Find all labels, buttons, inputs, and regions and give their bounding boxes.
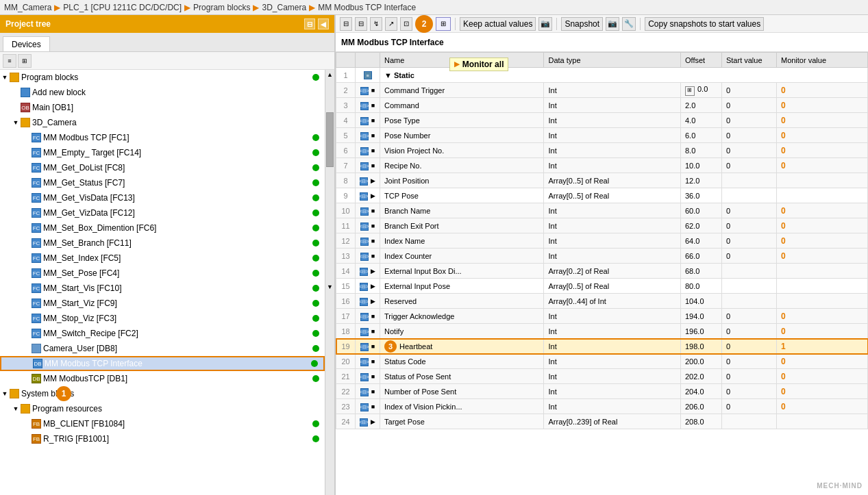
tree-item[interactable]: FCMM_Switch_Recipe [FC2] xyxy=(0,326,325,341)
tree-view-icon[interactable]: ≡ xyxy=(3,54,16,68)
tree-item[interactable]: FBR_TRIG [FB1001] xyxy=(0,431,325,446)
tree-item[interactable]: Camera_User [DB8] xyxy=(0,341,325,356)
row-expand[interactable]: ▶ xyxy=(371,418,375,425)
row-icon: <⊟> ■ xyxy=(356,218,380,233)
list-view-icon[interactable]: ⊞ xyxy=(18,54,32,68)
row-expand: ■ xyxy=(371,102,375,109)
copy-snapshots-btn[interactable]: Copy snapshots to start values xyxy=(645,17,764,31)
tree-expand-arrow[interactable]: ▼ xyxy=(11,119,21,126)
tree-item[interactable]: ▼3D_Camera xyxy=(0,115,325,130)
table-row[interactable]: 3 <⊟> ■ Command Int 2.0 0 0 xyxy=(336,98,868,113)
tree-item[interactable]: FBMB_CLIENT [FB1084] xyxy=(0,416,325,431)
table-row[interactable]: 12 <⊟> ■ Index Name Int 64.0 0 0 xyxy=(336,233,868,249)
row-expand[interactable]: ▶ xyxy=(371,192,375,199)
tree-item[interactable]: FCMM_Set_Box_Dimention [FC6] xyxy=(0,220,325,236)
table-row[interactable]: 6 <⊟> ■ Vision Project No. Int 8.0 0 0 xyxy=(336,143,868,158)
row-expand: ■ xyxy=(371,132,375,139)
row-monval xyxy=(776,173,867,188)
io-btn-3[interactable]: ⊡ xyxy=(400,17,412,31)
camera-btn-3[interactable]: 🔧 xyxy=(622,17,636,31)
scroll-up-arrow[interactable]: ▲ xyxy=(325,70,334,78)
tree-item[interactable]: ▼Program blocks xyxy=(0,70,325,85)
tree-item[interactable]: FCMM_Start_Vis [FC10] xyxy=(0,281,325,296)
tree-item[interactable]: OBMain [OB1] xyxy=(0,100,325,115)
tree-item[interactable]: Add new block xyxy=(0,85,325,100)
row-expand[interactable]: ▶ xyxy=(371,298,375,305)
table-row[interactable]: 23 <⊟> ■ Index of Vision Pickin... Int 2… xyxy=(336,399,868,414)
row-expand[interactable]: ▶ xyxy=(371,177,375,184)
tree-item[interactable]: FCMM_Set_Pose [FC4] xyxy=(0,266,325,281)
row-name: Branch Name xyxy=(380,203,544,218)
monitor-btn-2[interactable]: ⊟ xyxy=(355,17,367,31)
table-row[interactable]: 8 <⊟> ▶ Joint Position Array[0..5] of Re… xyxy=(336,173,868,188)
table-row[interactable]: 9 <⊟> ▶ TCP Pose Array[0..5] of Real 36.… xyxy=(336,188,868,203)
col-num xyxy=(336,53,356,68)
row-num: 24 xyxy=(336,414,356,429)
io-btn-2[interactable]: ↗ xyxy=(385,17,397,31)
row-expand[interactable]: ▶ xyxy=(371,283,375,290)
io-btn-1[interactable]: ↯ xyxy=(370,17,382,31)
row-icon: <⊟> ■ xyxy=(356,369,380,384)
table-row[interactable]: 17 <⊟> ■ Trigger Acknowledge Int 194.0 0… xyxy=(336,309,868,324)
tree-item[interactable]: FCMM_Set_Index [FC5] xyxy=(0,251,325,266)
tree-item[interactable]: FCMM Modbus TCP [FC1] xyxy=(0,130,325,145)
keep-actual-btn[interactable]: Keep actual values xyxy=(460,17,536,31)
table-row[interactable]: 18 <⊟> ■ Notify Int 196.0 0 0 xyxy=(336,324,868,339)
monitor-view-btn[interactable]: ⊞ xyxy=(436,17,451,31)
tree-item[interactable]: DBMM Modbus TCP Interface xyxy=(0,356,325,371)
tree-item[interactable]: FCMM_Get_Status [FC7] xyxy=(0,175,325,190)
tree-item[interactable]: ▼System blocks xyxy=(0,386,325,401)
tree-item-label: R_TRIG [FB1001] xyxy=(43,434,312,444)
tree-item[interactable]: FCMM_Set_Branch [FC11] xyxy=(0,236,325,251)
tree-scrollbar[interactable]: ▲ ▼ xyxy=(325,70,334,495)
tree-item[interactable]: FCMM_Start_Viz [FC9] xyxy=(0,296,325,311)
table-header-row: Name Data type Offset Start value Monito… xyxy=(336,53,868,68)
type-icon: <⊟> xyxy=(360,373,369,381)
table-row[interactable]: 7 <⊟> ■ Recipe No. Int 10.0 0 0 xyxy=(336,158,868,173)
table-row[interactable]: 22 <⊟> ■ Number of Pose Sent Int 204.0 0… xyxy=(336,384,868,399)
table-row[interactable]: 20 <⊟> ■ Status Code Int 200.0 0 0 xyxy=(336,354,868,369)
snapshot-btn[interactable]: Snapshot xyxy=(561,17,603,31)
table-row[interactable]: 1 ≡ ▼ Static xyxy=(336,68,868,83)
table-row[interactable]: 10 <⊟> ■ Branch Name Int 60.0 0 0 xyxy=(336,203,868,218)
tree-expand-arrow[interactable]: ▼ xyxy=(11,405,21,412)
table-row[interactable]: 19 <⊟> ■ 3Heartbeat Int 198.0 0 1 xyxy=(336,339,868,354)
table-row[interactable]: 2 <⊟> ■ Command Trigger Int ⊞0.0 0 0 xyxy=(336,83,868,98)
row-name: Recipe No. xyxy=(380,158,544,173)
table-row[interactable]: 11 <⊟> ■ Branch Exit Port Int 62.0 0 0 xyxy=(336,218,868,233)
table-row[interactable]: 4 <⊟> ■ Pose Type Int 4.0 0 0 xyxy=(336,113,868,128)
tree-item[interactable]: FCMM_Stop_Viz [FC3] xyxy=(0,311,325,326)
camera-btn-1[interactable]: 📷 xyxy=(538,17,552,31)
tree-expand-arrow[interactable]: ▼ xyxy=(0,74,10,81)
row-datatype: Int xyxy=(544,143,681,158)
table-row[interactable]: 13 <⊟> ■ Index Counter Int 66.0 0 0 xyxy=(336,249,868,264)
tree-item[interactable]: FCMM_Empty_ Target [FC14] xyxy=(0,145,325,160)
camera-btn-2[interactable]: 📷 xyxy=(606,17,619,31)
row-monval: 0 xyxy=(776,369,867,384)
tree-item[interactable]: FCMM_Get_DoList [FC8] xyxy=(0,160,325,175)
row-name: Index Name xyxy=(380,233,544,249)
tree-item[interactable]: FCMM_Get_VisData [FC13] xyxy=(0,190,325,205)
row-expand[interactable]: ▶ xyxy=(371,268,375,275)
copy-label: Copy snapshots to start values xyxy=(648,19,760,29)
tab-devices[interactable]: Devices xyxy=(3,36,50,51)
scroll-down-arrow[interactable]: ▼ xyxy=(325,283,334,290)
keep-actual-label: Keep actual values xyxy=(463,19,532,29)
tree-item[interactable]: FCMM_Get_VizData [FC12] xyxy=(0,205,325,220)
grid-icon[interactable]: ⊞ xyxy=(685,86,695,96)
close-left-icon[interactable]: ◀ xyxy=(318,18,329,29)
tree-expand-arrow[interactable]: ▼ xyxy=(0,390,10,397)
tree-item[interactable]: ▼Program resources xyxy=(0,401,325,416)
collapse-icon[interactable]: ⊟ xyxy=(304,18,315,29)
table-row[interactable]: 14 <⊟> ▶ External Input Box Di... Array[… xyxy=(336,264,868,279)
table-row[interactable]: 15 <⊟> ▶ External Input Pose Array[0..5]… xyxy=(336,279,868,294)
row-num: 10 xyxy=(336,203,356,218)
table-row[interactable]: 5 <⊟> ■ Pose Number Int 6.0 0 0 xyxy=(336,128,868,143)
table-row[interactable]: 21 <⊟> ■ Status of Pose Sent Int 202.0 0… xyxy=(336,369,868,384)
table-row[interactable]: 24 <⊟> ▶ Target Pose Array[0..239] of Re… xyxy=(336,414,868,429)
monitor-btn-1[interactable]: ⊟ xyxy=(340,17,352,31)
status-dot xyxy=(312,164,319,171)
table-row[interactable]: 16 <⊟> ▶ Reserved Array[0..44] of Int 10… xyxy=(336,294,868,309)
monitor-all-tooltip[interactable]: ▶ Monitor all xyxy=(449,58,509,71)
tree-item[interactable]: DBMM ModbusTCP [DB1] xyxy=(0,371,325,386)
